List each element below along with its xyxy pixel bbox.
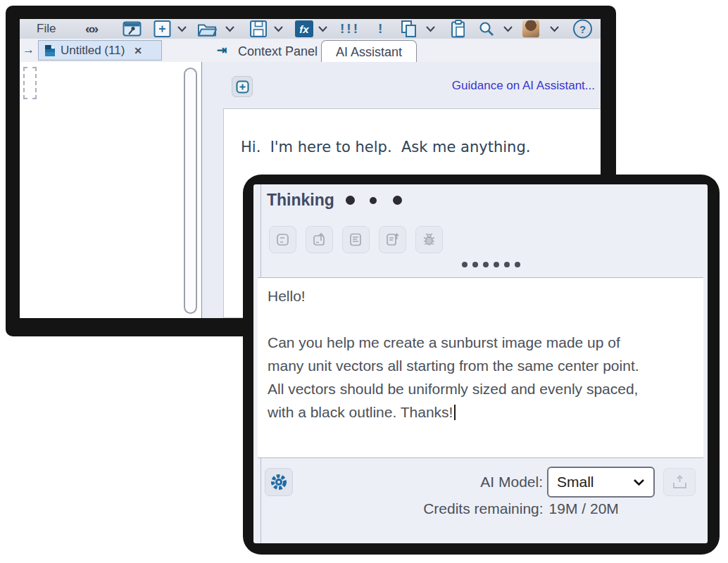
note-button[interactable] — [269, 226, 296, 253]
zoom-button[interactable] — [478, 20, 495, 37]
tab-ai-assistant[interactable]: AI Assistant — [321, 40, 417, 63]
exclaim-button[interactable]: ! — [378, 21, 384, 37]
thinking-dot — [370, 197, 377, 204]
chevron-down-icon — [225, 25, 235, 32]
account-dropdown[interactable] — [549, 25, 560, 32]
document-export-icon — [385, 232, 400, 247]
note-icon — [275, 232, 290, 247]
send-button[interactable] — [663, 468, 696, 496]
new-button[interactable] — [153, 20, 171, 38]
ai-model-label: AI Model: — [480, 474, 543, 491]
dialog-toolbar — [269, 226, 443, 253]
new-plus-icon — [153, 20, 171, 38]
toolbar: File «» — [20, 19, 601, 39]
pin-window-button[interactable] — [123, 20, 142, 38]
close-icon[interactable]: ✕ — [134, 45, 142, 56]
help-icon: ? — [573, 20, 592, 39]
tab-row: → Untitled (11) ✕ ⇥ Context Panel AI Ass… — [20, 39, 601, 63]
script-export-button[interactable] — [379, 226, 406, 253]
open-button[interactable] — [197, 20, 218, 38]
save-button[interactable] — [249, 20, 268, 38]
credits-row: Credits remaining:19M / 20M — [253, 500, 708, 517]
zoom-dropdown[interactable] — [503, 25, 513, 32]
search-icon — [478, 20, 495, 37]
open-folder-icon — [197, 20, 218, 38]
function-fx-icon: fx — [295, 20, 313, 37]
ai-model-select[interactable]: Small — [547, 467, 655, 498]
chevron-down-icon — [318, 25, 328, 32]
debug-button[interactable] — [415, 226, 443, 253]
dock-to-bar-icon[interactable]: ⇥ — [217, 43, 227, 58]
empty-text-placeholder — [23, 67, 37, 99]
text-cursor — [454, 405, 456, 420]
save-dropdown[interactable] — [273, 25, 284, 32]
thinking-dot — [393, 196, 402, 205]
paste-icon — [449, 20, 467, 39]
document-canvas[interactable] — [20, 62, 202, 318]
chevron-down-icon — [273, 25, 284, 32]
dialog-title: Thinking — [267, 191, 334, 210]
plus-icon — [236, 80, 249, 94]
copy-button[interactable] — [400, 20, 418, 38]
document-tab-label: Untitled (11) — [61, 44, 125, 58]
guidance-link[interactable]: Guidance on AI Assistant... — [452, 79, 595, 93]
function-dropdown[interactable] — [318, 25, 328, 32]
assistant-greeting: Hi. I'm here to help. Ask me anything. — [241, 139, 594, 156]
help-button[interactable]: ? — [573, 20, 592, 39]
paste-button[interactable] — [449, 20, 467, 39]
tab-context-panel[interactable]: Context Panel — [231, 42, 325, 61]
screenshot-root: File «» — [0, 0, 728, 563]
thinking-dot — [346, 196, 355, 205]
pin-window-icon — [123, 20, 142, 38]
script-button[interactable] — [342, 226, 370, 253]
open-dropdown[interactable] — [225, 25, 235, 32]
account-button[interactable] — [522, 20, 539, 38]
settings-button[interactable] — [265, 468, 293, 496]
new-conversation-button[interactable] — [232, 76, 253, 97]
vertical-scrollbar[interactable] — [184, 68, 197, 314]
save-icon — [249, 20, 268, 38]
prompt-input[interactable]: Hello! Can you help me create a sunburst… — [258, 277, 703, 458]
document-tab[interactable]: Untitled (11) ✕ — [38, 40, 162, 61]
prompt-text: Hello! Can you help me create a sunburst… — [268, 288, 639, 420]
dock-left-icon[interactable]: → — [23, 43, 34, 57]
bug-icon — [422, 232, 437, 247]
chevron-down-icon — [177, 25, 187, 32]
progress-dots — [253, 262, 708, 267]
chevron-down-icon — [633, 479, 645, 486]
document-tab-icon — [44, 44, 56, 57]
copy-dropdown[interactable] — [425, 25, 436, 32]
gear-icon — [268, 472, 289, 493]
dialog-settings-row: AI Model: Small — [258, 465, 703, 499]
triple-exclaim-button[interactable]: !!! — [340, 21, 360, 37]
credits-label: Credits remaining: — [423, 500, 543, 517]
user-avatar — [522, 20, 539, 38]
chevron-down-icon — [549, 25, 560, 32]
copy-icon — [400, 20, 418, 38]
panel-divider — [202, 62, 214, 318]
thinking-dialog: Thinking — [243, 175, 720, 555]
document-lines-icon — [349, 232, 363, 247]
export-up-icon — [312, 232, 327, 247]
new-dropdown[interactable] — [177, 25, 187, 32]
chevron-down-icon — [425, 25, 436, 32]
chevron-down-icon — [503, 25, 513, 32]
export-button[interactable] — [306, 226, 333, 253]
ai-model-value: Small — [557, 474, 633, 491]
send-icon — [669, 473, 690, 491]
file-menu[interactable]: File — [37, 22, 56, 36]
dialog-title-row: Thinking — [267, 191, 402, 210]
credits-value: 19M / 20M — [549, 500, 619, 517]
function-button[interactable]: fx — [295, 20, 313, 37]
double-chevron-icon[interactable]: «» — [85, 21, 97, 37]
